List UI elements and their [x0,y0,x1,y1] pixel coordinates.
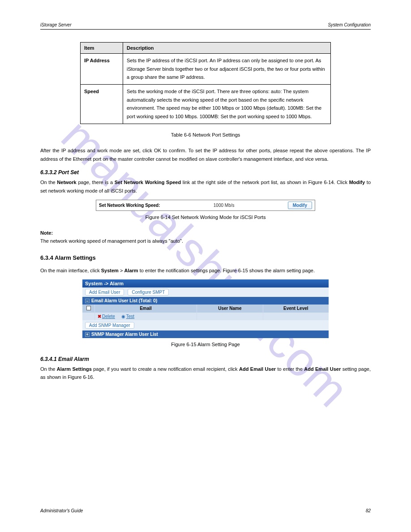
snmp-list-header[interactable]: +SNMP Manager Alarm User List [82,330,329,338]
paragraph-after-table: After the IP address and work mode are s… [40,146,371,163]
speed-figure-caption: Figure 6-14 Set Network Working Mode for… [40,215,371,220]
header-left: iStorage Server [40,22,71,27]
alarm-figure-caption: Figure 6-15 Alarm Setting Page [40,342,371,347]
delete-link[interactable]: ✖Delete [98,314,115,319]
add-email-user-button[interactable]: Add Email User [85,289,124,296]
globe-icon: ◉ [121,314,125,319]
def-desc-0: Sets the IP address of the iSCSI port. A… [123,54,331,85]
def-item-0: IP Address [81,54,123,85]
page-footer: Administrator's Guide 82 [40,508,371,513]
alarm-button-row: Add Email User Configure SMPT [82,287,329,297]
page-header: iStorage Server System Configuration [40,22,371,30]
header-right: System Configuration [328,22,371,27]
alarm-title-bar: System -> Alarm [82,279,329,287]
email-table-header: Email User Name Event Level [82,305,329,313]
paragraph-alarm-intro: On the main interface, click System > Al… [40,266,371,275]
def-item-1: Speed [81,85,123,124]
paragraph-port-set: On the Network page, there is a Set Netw… [40,178,371,195]
delete-icon: ✖ [98,314,101,319]
col-username: User Name [197,305,263,313]
note-body: The network working speed of management … [40,238,183,244]
modify-button[interactable]: Modify [288,202,312,209]
col-eventlevel: Event Level [263,305,329,313]
paragraph-email-alarm: On the Alarm Settings page, if you want … [40,365,371,382]
heading-port-set: 6.3.3.2 Port Set [40,169,371,176]
email-action-row: ✖Delete ◉Test [82,313,329,320]
note-label: Note: [40,230,53,236]
checkbox-all[interactable] [86,306,91,310]
defcol-desc: Description [123,43,331,54]
definition-table: Item Description IP Address Sets the IP … [80,42,331,124]
def-desc-1: Sets the working mode of the iSCSI port.… [123,85,331,124]
defcol-item: Item [81,43,123,54]
speed-label: Set Network Working Speed: [99,203,160,208]
configure-smtp-button[interactable]: Configure SMPT [128,289,169,296]
footer-left: Administrator's Guide [40,508,83,513]
footer-right: 82 [366,508,371,513]
collapse-icon[interactable]: – [85,299,90,303]
test-link[interactable]: ◉Test [121,314,134,319]
snmp-button-row: Add SNMP Manager [82,320,329,330]
col-email: Email [95,305,197,313]
alarm-panel: System -> Alarm Add Email User Configure… [82,279,329,338]
add-snmp-manager-button[interactable]: Add SNMP Manager [85,322,134,329]
table-caption: Table 6-6 Network Port Settings [40,132,371,137]
table-row: IP Address Sets the IP address of the iS… [81,54,331,85]
expand-icon[interactable]: + [85,332,90,337]
heading-email-alarm: 6.3.4.1 Email Alarm [40,356,371,362]
note-paragraph: Note: The network working speed of manag… [40,229,371,245]
table-row: Speed Sets the working mode of the iSCSI… [81,85,331,124]
heading-alarm: 6.3.4 Alarm Settings [40,254,371,261]
speed-panel: Set Network Working Speed: 1000 Mb/s Mod… [96,200,315,211]
speed-value: 1000 Mb/s [166,203,283,208]
email-list-header[interactable]: –Email Alarm User List (Total: 0) [82,297,329,305]
col-checkbox [82,305,95,313]
